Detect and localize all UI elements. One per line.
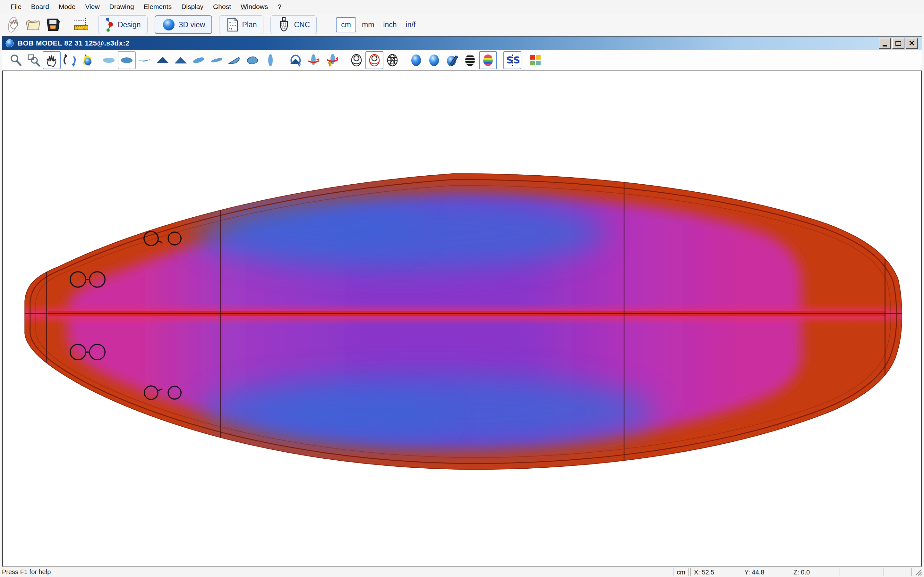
open-button[interactable] <box>23 15 43 34</box>
render-shaded-button[interactable] <box>407 51 425 69</box>
plan-icon <box>226 17 239 32</box>
unit-selector: cm mm inch in/f <box>336 17 419 32</box>
rotate-3d-icon <box>63 53 77 67</box>
cnc-icon <box>277 17 291 32</box>
view-quarter-icon <box>228 53 242 67</box>
view-quarter-button[interactable] <box>226 51 244 69</box>
resize-grip[interactable] <box>914 568 922 576</box>
menu-drawing[interactable]: Drawing <box>105 2 139 12</box>
status-x: X: 52.5 <box>690 568 739 576</box>
render-painted-icon <box>445 53 459 67</box>
symmetry-check-button[interactable]: S S <box>503 51 521 69</box>
render-painted-button[interactable] <box>443 51 461 69</box>
menu-board[interactable]: Board <box>26 2 54 12</box>
sphere-3d-icon <box>162 18 176 32</box>
view-3d-label: 3D view <box>179 21 205 29</box>
design-label: Design <box>118 21 141 29</box>
cnc-button[interactable]: CNC <box>270 15 317 34</box>
design-button[interactable]: Design <box>98 15 148 34</box>
view-3d-button[interactable]: 3D view <box>155 15 212 34</box>
render-mesh-button[interactable] <box>383 51 401 69</box>
view-outline-icon <box>120 53 134 67</box>
maximize-button[interactable] <box>892 38 905 49</box>
render-smooth-button[interactable] <box>425 51 443 69</box>
view-perspective-button[interactable] <box>190 51 208 69</box>
view-side-icon <box>263 53 278 67</box>
svg-text:S: S <box>506 55 513 66</box>
window-buttons: ✕ <box>879 38 919 49</box>
svg-text:S: S <box>513 55 519 66</box>
menu-display[interactable]: Display <box>176 2 208 12</box>
render-wireframe-icon <box>349 53 363 67</box>
menu-view[interactable]: View <box>80 2 104 12</box>
render-shaded-icon <box>409 53 423 67</box>
save-button[interactable] <box>43 15 63 34</box>
status-empty-1 <box>840 568 882 576</box>
render-mesh-icon <box>385 53 399 67</box>
status-y: Y: 44.8 <box>741 568 788 576</box>
plan-button[interactable]: Plan <box>219 15 263 34</box>
zoom-window-icon <box>27 53 41 67</box>
close-button[interactable]: ✕ <box>906 38 918 49</box>
view-back-icon <box>174 53 188 67</box>
document-title: BOB MODEL 82 31 125@.s3dx:2 <box>18 39 129 47</box>
unit-cm[interactable]: cm <box>336 17 356 32</box>
flip-view-button[interactable] <box>322 51 341 69</box>
view-three-quarter-button[interactable] <box>244 51 262 69</box>
minimize-icon <box>883 45 887 47</box>
new-board-button[interactable] <box>3 15 23 34</box>
rotate-view-button[interactable] <box>286 51 304 69</box>
zoom-icon <box>9 53 23 67</box>
zoom-button[interactable] <box>7 51 25 69</box>
status-help-text: Press F1 for help <box>2 568 51 576</box>
menu-file[interactable]: File <box>6 2 26 12</box>
view-rocker-icon <box>137 53 152 67</box>
view-front-button[interactable] <box>153 51 172 69</box>
menu-mode[interactable]: Mode <box>54 2 81 12</box>
shape3d-app: File Board Mode View Drawing Elements Di… <box>0 0 924 577</box>
measurements-ruler-icon: 1 0 <box>73 16 90 33</box>
view-back-button[interactable] <box>172 51 190 69</box>
rotate-3d-button[interactable] <box>61 51 79 69</box>
design-icon <box>105 17 115 33</box>
document-title-bar[interactable]: BOB MODEL 82 31 125@.s3dx:2 ✕ <box>2 37 922 50</box>
view-rocker-button[interactable] <box>136 51 153 69</box>
blue-zone-bottom-core <box>254 398 447 442</box>
menu-elements[interactable]: Elements <box>139 2 177 12</box>
render-wireframe-button[interactable] <box>347 51 365 69</box>
view-top-button[interactable] <box>100 51 118 69</box>
color-settings-icon <box>528 53 543 67</box>
view-front-icon <box>156 53 170 67</box>
menu-windows[interactable]: Windows <box>236 2 273 12</box>
view-toolbar: S S <box>2 50 922 71</box>
view-perspective-icon <box>192 53 206 67</box>
status-z: Z: 0.0 <box>790 568 838 576</box>
document-window: BOB MODEL 82 31 125@.s3dx:2 ✕ <box>2 36 922 567</box>
lighting-button[interactable] <box>79 51 97 69</box>
design-canvas[interactable] <box>2 71 922 566</box>
minimize-button[interactable] <box>879 38 891 49</box>
cnc-label: CNC <box>294 21 310 29</box>
unit-mm[interactable]: mm <box>359 18 377 32</box>
view-outline-button[interactable] <box>118 51 136 69</box>
render-wireframe-red-button[interactable] <box>365 51 383 69</box>
render-curvature-button[interactable] <box>479 51 497 69</box>
render-curvature-icon <box>481 53 495 67</box>
view-side-button[interactable] <box>262 51 279 69</box>
view-perspective-flat-button[interactable] <box>208 51 226 69</box>
unit-inch[interactable]: inch <box>380 18 400 32</box>
spin-view-button[interactable] <box>304 51 322 69</box>
render-zebra-button[interactable] <box>461 51 479 69</box>
menu-ghost[interactable]: Ghost <box>208 2 236 12</box>
status-empty-2 <box>884 568 912 576</box>
pan-button[interactable] <box>43 51 61 69</box>
lighting-icon <box>81 53 95 67</box>
measurements-button[interactable]: 1 0 <box>71 15 91 34</box>
zoom-window-button[interactable] <box>25 51 43 69</box>
unit-inf[interactable]: in/f <box>403 18 419 32</box>
symmetry-check-icon: S S <box>505 53 519 67</box>
color-settings-button[interactable] <box>527 51 544 69</box>
svg-text:1: 1 <box>76 27 78 30</box>
menu-help[interactable]: ? <box>273 2 286 12</box>
pan-hand-icon <box>45 53 59 67</box>
